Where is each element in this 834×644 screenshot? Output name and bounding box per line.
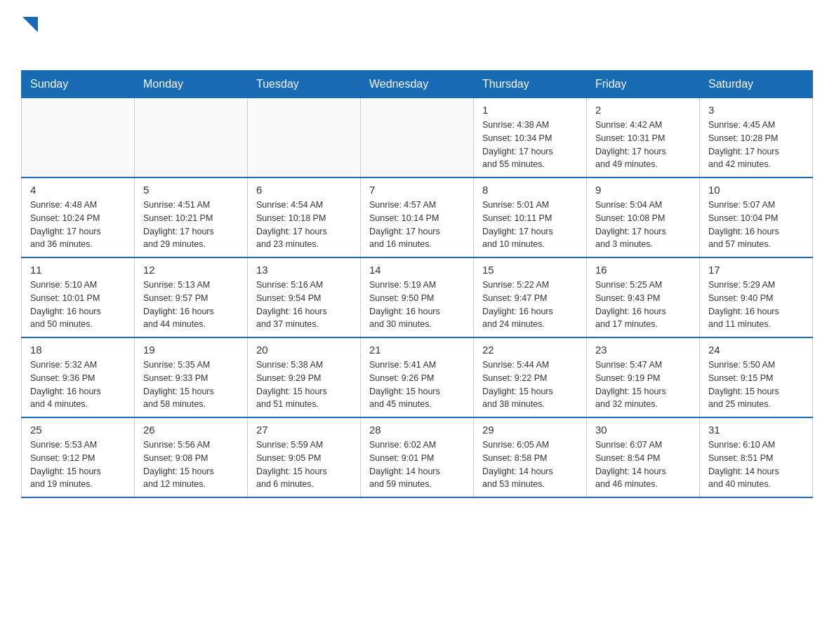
calendar-day-cell: 22Sunrise: 5:44 AM Sunset: 9:22 PM Dayli… — [474, 337, 587, 417]
day-number: 11 — [30, 264, 126, 276]
day-info: Sunrise: 5:47 AM Sunset: 9:19 PM Dayligh… — [595, 358, 691, 411]
day-info: Sunrise: 5:10 AM Sunset: 10:01 PM Daylig… — [30, 279, 126, 331]
day-number: 27 — [256, 424, 352, 436]
day-info: Sunrise: 4:45 AM Sunset: 10:28 PM Daylig… — [708, 119, 804, 171]
day-info: Sunrise: 6:10 AM Sunset: 8:51 PM Dayligh… — [708, 438, 804, 491]
calendar-header-cell: Thursday — [474, 71, 587, 98]
day-info: Sunrise: 5:04 AM Sunset: 10:08 PM Daylig… — [595, 199, 691, 251]
calendar-day-cell: 12Sunrise: 5:13 AM Sunset: 9:57 PM Dayli… — [135, 257, 248, 337]
day-info: Sunrise: 6:05 AM Sunset: 8:58 PM Dayligh… — [482, 438, 578, 491]
calendar-day-cell: 25Sunrise: 5:53 AM Sunset: 9:12 PM Dayli… — [22, 417, 135, 497]
calendar-day-cell: 6Sunrise: 4:54 AM Sunset: 10:18 PM Dayli… — [248, 177, 361, 257]
calendar-body: 1Sunrise: 4:38 AM Sunset: 10:34 PM Dayli… — [22, 98, 813, 498]
calendar-header-row: SundayMondayTuesdayWednesdayThursdayFrid… — [22, 71, 813, 98]
calendar-week-row: 1Sunrise: 4:38 AM Sunset: 10:34 PM Dayli… — [22, 98, 813, 178]
day-number: 31 — [708, 424, 804, 436]
day-number: 18 — [30, 344, 126, 356]
logo — [21, 14, 46, 56]
calendar-day-cell: 18Sunrise: 5:32 AM Sunset: 9:36 PM Dayli… — [22, 337, 135, 417]
day-info: Sunrise: 5:59 AM Sunset: 9:05 PM Dayligh… — [256, 438, 352, 491]
day-info: Sunrise: 5:56 AM Sunset: 9:08 PM Dayligh… — [143, 438, 239, 491]
calendar-header-cell: Wednesday — [361, 71, 474, 98]
day-number: 19 — [143, 344, 239, 356]
day-number: 1 — [482, 104, 578, 116]
day-info: Sunrise: 4:42 AM Sunset: 10:31 PM Daylig… — [595, 119, 691, 171]
calendar-day-cell: 26Sunrise: 5:56 AM Sunset: 9:08 PM Dayli… — [135, 417, 248, 497]
calendar-day-cell: 7Sunrise: 4:57 AM Sunset: 10:14 PM Dayli… — [361, 177, 474, 257]
day-info: Sunrise: 4:38 AM Sunset: 10:34 PM Daylig… — [482, 119, 578, 171]
day-number: 21 — [369, 344, 465, 356]
calendar-header-cell: Monday — [135, 71, 248, 98]
day-number: 13 — [256, 264, 352, 276]
day-number: 5 — [143, 184, 239, 196]
day-number: 24 — [708, 344, 804, 356]
day-info: Sunrise: 5:50 AM Sunset: 9:15 PM Dayligh… — [708, 358, 804, 411]
day-number: 26 — [143, 424, 239, 436]
svg-marker-0 — [22, 17, 38, 32]
calendar-header-cell: Friday — [587, 71, 700, 98]
day-number: 25 — [30, 424, 126, 436]
calendar-day-cell: 23Sunrise: 5:47 AM Sunset: 9:19 PM Dayli… — [587, 337, 700, 417]
day-number: 10 — [708, 184, 804, 196]
day-info: Sunrise: 5:53 AM Sunset: 9:12 PM Dayligh… — [30, 438, 126, 491]
day-number: 16 — [595, 264, 691, 276]
day-info: Sunrise: 6:02 AM Sunset: 9:01 PM Dayligh… — [369, 438, 465, 491]
day-number: 8 — [482, 184, 578, 196]
day-number: 4 — [30, 184, 126, 196]
calendar-day-cell: 2Sunrise: 4:42 AM Sunset: 10:31 PM Dayli… — [587, 98, 700, 178]
day-info: Sunrise: 5:44 AM Sunset: 9:22 PM Dayligh… — [482, 358, 578, 411]
calendar-day-cell: 17Sunrise: 5:29 AM Sunset: 9:40 PM Dayli… — [700, 257, 813, 337]
calendar-week-row: 18Sunrise: 5:32 AM Sunset: 9:36 PM Dayli… — [22, 337, 813, 417]
calendar-day-cell: 3Sunrise: 4:45 AM Sunset: 10:28 PM Dayli… — [700, 98, 813, 178]
calendar-day-cell: 13Sunrise: 5:16 AM Sunset: 9:54 PM Dayli… — [248, 257, 361, 337]
calendar-header-cell: Tuesday — [248, 71, 361, 98]
day-info: Sunrise: 6:07 AM Sunset: 8:54 PM Dayligh… — [595, 438, 691, 491]
calendar-day-cell — [135, 98, 248, 178]
day-info: Sunrise: 5:01 AM Sunset: 10:11 PM Daylig… — [482, 199, 578, 251]
day-number: 22 — [482, 344, 578, 356]
calendar-day-cell: 30Sunrise: 6:07 AM Sunset: 8:54 PM Dayli… — [587, 417, 700, 497]
calendar-week-row: 11Sunrise: 5:10 AM Sunset: 10:01 PM Dayl… — [22, 257, 813, 337]
day-number: 7 — [369, 184, 465, 196]
calendar-day-cell: 21Sunrise: 5:41 AM Sunset: 9:26 PM Dayli… — [361, 337, 474, 417]
day-info: Sunrise: 4:54 AM Sunset: 10:18 PM Daylig… — [256, 199, 352, 251]
calendar-day-cell: 11Sunrise: 5:10 AM Sunset: 10:01 PM Dayl… — [22, 257, 135, 337]
calendar-day-cell: 9Sunrise: 5:04 AM Sunset: 10:08 PM Dayli… — [587, 177, 700, 257]
calendar-day-cell: 1Sunrise: 4:38 AM Sunset: 10:34 PM Dayli… — [474, 98, 587, 178]
day-info: Sunrise: 5:25 AM Sunset: 9:43 PM Dayligh… — [595, 279, 691, 331]
calendar-day-cell: 19Sunrise: 5:35 AM Sunset: 9:33 PM Dayli… — [135, 337, 248, 417]
day-info: Sunrise: 5:16 AM Sunset: 9:54 PM Dayligh… — [256, 279, 352, 331]
day-info: Sunrise: 5:13 AM Sunset: 9:57 PM Dayligh… — [143, 279, 239, 331]
day-info: Sunrise: 5:22 AM Sunset: 9:47 PM Dayligh… — [482, 279, 578, 331]
calendar-header: SundayMondayTuesdayWednesdayThursdayFrid… — [22, 71, 813, 98]
calendar-day-cell: 20Sunrise: 5:38 AM Sunset: 9:29 PM Dayli… — [248, 337, 361, 417]
calendar-day-cell: 24Sunrise: 5:50 AM Sunset: 9:15 PM Dayli… — [700, 337, 813, 417]
day-info: Sunrise: 5:38 AM Sunset: 9:29 PM Dayligh… — [256, 358, 352, 411]
day-info: Sunrise: 5:07 AM Sunset: 10:04 PM Daylig… — [708, 199, 804, 251]
calendar-day-cell: 14Sunrise: 5:19 AM Sunset: 9:50 PM Dayli… — [361, 257, 474, 337]
calendar-header-cell: Saturday — [700, 71, 813, 98]
calendar-week-row: 4Sunrise: 4:48 AM Sunset: 10:24 PM Dayli… — [22, 177, 813, 257]
calendar-header-cell: Sunday — [22, 71, 135, 98]
day-number: 28 — [369, 424, 465, 436]
calendar-day-cell — [361, 98, 474, 178]
logo-arrow-icon — [22, 17, 38, 32]
day-number: 30 — [595, 424, 691, 436]
calendar-day-cell: 28Sunrise: 6:02 AM Sunset: 9:01 PM Dayli… — [361, 417, 474, 497]
day-number: 6 — [256, 184, 352, 196]
calendar-day-cell: 29Sunrise: 6:05 AM Sunset: 8:58 PM Dayli… — [474, 417, 587, 497]
day-number: 15 — [482, 264, 578, 276]
day-number: 20 — [256, 344, 352, 356]
day-number: 14 — [369, 264, 465, 276]
day-info: Sunrise: 5:19 AM Sunset: 9:50 PM Dayligh… — [369, 279, 465, 331]
calendar-day-cell: 8Sunrise: 5:01 AM Sunset: 10:11 PM Dayli… — [474, 177, 587, 257]
day-info: Sunrise: 5:32 AM Sunset: 9:36 PM Dayligh… — [30, 358, 126, 411]
calendar-day-cell: 15Sunrise: 5:22 AM Sunset: 9:47 PM Dayli… — [474, 257, 587, 337]
day-info: Sunrise: 4:48 AM Sunset: 10:24 PM Daylig… — [30, 199, 126, 251]
day-info: Sunrise: 5:41 AM Sunset: 9:26 PM Dayligh… — [369, 358, 465, 411]
calendar-table: SundayMondayTuesdayWednesdayThursdayFrid… — [21, 70, 813, 498]
calendar-day-cell — [22, 98, 135, 178]
day-number: 9 — [595, 184, 691, 196]
day-number: 12 — [143, 264, 239, 276]
calendar-day-cell: 5Sunrise: 4:51 AM Sunset: 10:21 PM Dayli… — [135, 177, 248, 257]
